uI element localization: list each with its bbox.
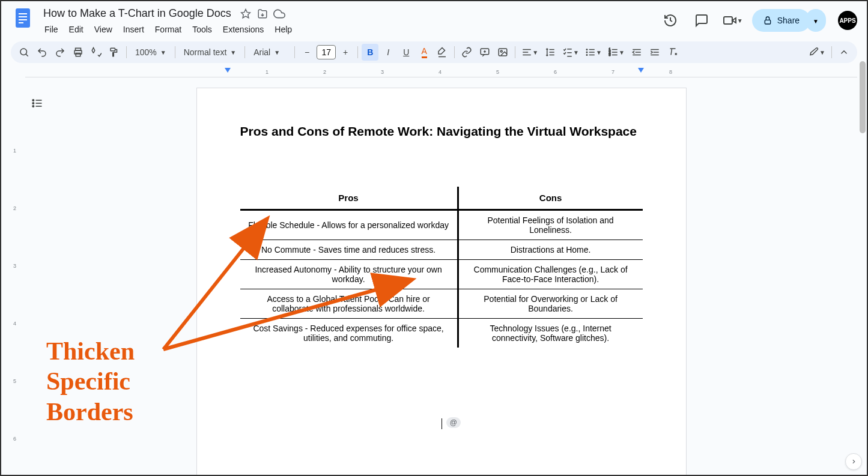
menu-file[interactable]: File [40,22,63,37]
svg-rect-4 [19,22,23,23]
zoom-select[interactable]: 100%▼ [130,44,171,61]
cloud-status-icon[interactable] [273,8,285,20]
numbered-list-button[interactable]: 123▼ [605,44,627,61]
underline-button[interactable]: U [398,44,414,61]
search-icon[interactable] [16,44,32,61]
vertical-scrollbar[interactable] [860,61,866,133]
menu-edit[interactable]: Edit [64,22,88,37]
bold-button[interactable]: B [362,44,378,61]
add-comment-button[interactable] [476,44,493,61]
highlight-button[interactable] [434,44,451,61]
avatar[interactable]: APPS [838,11,857,30]
editing-mode-button[interactable]: ▼ [806,44,828,61]
cell-con[interactable]: Distractions at Home. [458,240,642,260]
insert-image-button[interactable] [494,44,511,61]
italic-button[interactable]: I [380,44,396,61]
undo-button[interactable] [34,44,50,61]
cell-pro[interactable]: No Commute - Saves time and reduces stre… [240,240,458,260]
font-size-increase[interactable]: + [337,44,354,61]
decrease-indent-button[interactable] [628,44,645,61]
line-spacing-button[interactable] [542,44,559,61]
docs-logo[interactable] [11,6,35,30]
table-row[interactable]: Increased Autonomy - Ability to structur… [240,260,643,289]
print-button[interactable] [70,44,86,61]
ruler-tick: 4 [13,321,16,327]
paragraph-style-select[interactable]: Normal text▼ [179,44,241,61]
svg-point-8 [20,49,27,55]
chevron-down-icon: ▼ [619,49,625,56]
chevron-down-icon: ▼ [819,49,825,56]
font-select[interactable]: Arial▼ [249,44,291,61]
cell-pro[interactable]: Flexible Schedule - Allows for a persona… [240,210,458,240]
header-pros[interactable]: Pros [240,187,458,210]
ruler-tick: 5 [13,378,16,384]
collapse-toolbar-button[interactable] [836,44,852,61]
document-container[interactable]: Pros and Cons of Remote Work: Navigating… [25,83,857,475]
cell-con[interactable]: Communication Challenges (e.g., Lack of … [458,260,642,289]
table-row[interactable]: Cost Savings - Reduced expenses for offi… [240,319,643,348]
spellcheck-button[interactable] [88,44,105,61]
at-mention-hint[interactable]: @ [446,417,461,428]
comment-icon[interactable] [690,8,714,32]
svg-point-24 [32,106,34,107]
table-row[interactable]: No Commute - Saves time and reduces stre… [240,240,643,260]
chevron-down-icon: ▼ [737,17,743,24]
cell-pro[interactable]: Cost Savings - Reduced expenses for offi… [240,319,458,348]
ruler-tick: 3 [381,69,384,75]
cell-con[interactable]: Technology Issues (e.g., Internet connec… [458,319,642,348]
explore-button[interactable] [845,453,862,470]
lock-icon [763,16,772,25]
share-dropdown[interactable]: ▼ [806,9,826,32]
move-icon[interactable] [256,8,269,20]
menu-view[interactable]: View [90,22,117,37]
text-color-button[interactable]: A [416,44,432,61]
cell-con[interactable]: Potential Feelings of Isolation and Lone… [458,210,642,240]
page[interactable]: Pros and Cons of Remote Work: Navigating… [196,88,687,475]
meet-icon[interactable]: ▼ [721,8,745,32]
vertical-ruler[interactable]: 1 2 3 4 5 6 [11,85,20,475]
menu-insert[interactable]: Insert [118,22,149,37]
font-size-decrease[interactable]: − [299,44,315,61]
ruler-tick: 2 [323,69,326,75]
ruler-tick: 7 [612,69,615,75]
bullet-list-button[interactable]: ▼ [583,44,604,61]
right-margin-marker[interactable] [638,68,644,73]
svg-point-15 [500,50,502,52]
clear-formatting-button[interactable] [664,44,681,61]
cell-con[interactable]: Potential for Overworking or Lack of Bou… [458,289,642,319]
chevron-down-icon: ▼ [230,49,236,56]
separator [244,46,245,58]
left-margin-marker[interactable] [225,68,231,73]
paint-format-button[interactable] [106,44,123,61]
history-icon[interactable] [658,8,682,32]
table-row[interactable]: Flexible Schedule - Allows for a persona… [240,210,643,240]
menu-help[interactable]: Help [270,22,297,37]
menu-extensions[interactable]: Extensions [218,22,269,37]
cell-pro[interactable]: Access to a Global Talent Pool - Can hir… [240,289,458,319]
font-size-input[interactable] [317,45,336,59]
align-button[interactable]: ▼ [519,44,541,61]
document-heading[interactable]: Pros and Cons of Remote Work: Navigating… [240,124,643,139]
horizontal-ruler[interactable]: 1 2 3 4 5 6 7 8 [25,68,857,77]
svg-marker-5 [241,9,250,17]
menu-tools[interactable]: Tools [187,22,217,37]
increase-indent-button[interactable] [646,44,663,61]
t-chart-table[interactable]: Pros Cons Flexible Schedule - Allows for… [240,187,643,348]
ruler-tick: 4 [439,69,442,75]
redo-button[interactable] [52,44,68,61]
table-header-row[interactable]: Pros Cons [240,187,643,210]
table-row[interactable]: Access to a Global Talent Pool - Can hir… [240,289,643,319]
ruler-tick: 5 [496,69,499,75]
menu-format[interactable]: Format [150,22,186,37]
cell-pro[interactable]: Increased Autonomy - Ability to structur… [240,260,458,289]
checklist-button[interactable]: ▼ [560,44,581,61]
header-cons[interactable]: Cons [458,187,642,210]
share-button[interactable]: Share [752,9,810,32]
svg-rect-6 [724,17,732,24]
separator [831,46,832,58]
document-title[interactable]: How to Make a T-Chart in Google Docs [40,6,235,21]
insert-link-button[interactable] [458,44,475,61]
outline-toggle-button[interactable] [28,94,47,113]
star-icon[interactable] [240,8,252,20]
svg-rect-7 [765,20,770,24]
